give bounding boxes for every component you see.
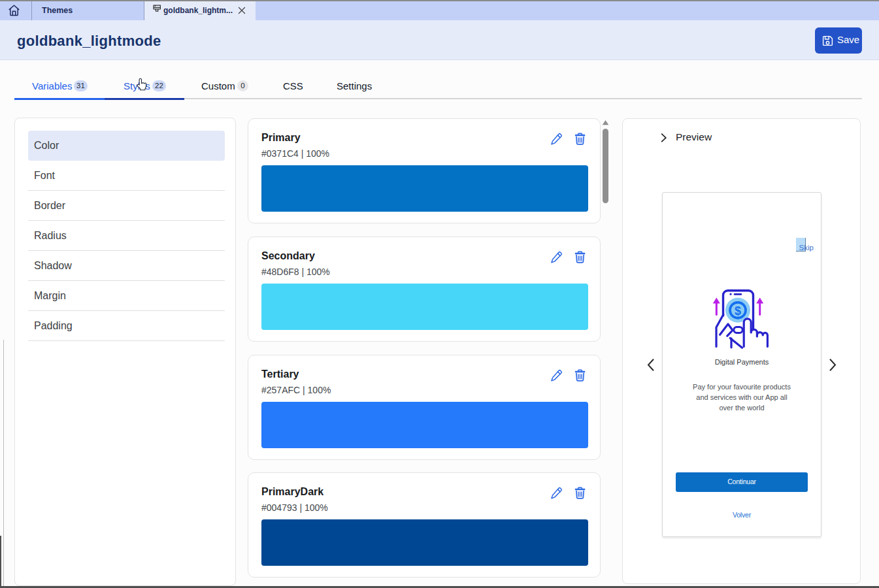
svg-text:$: $ [735,304,741,318]
